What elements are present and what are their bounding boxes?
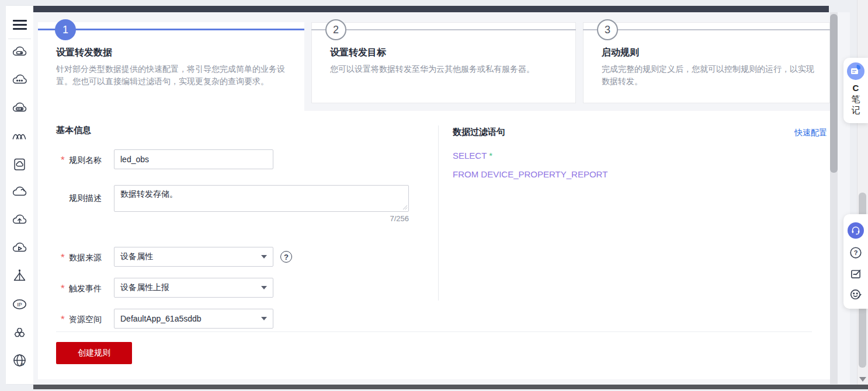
- sidebar-item-globe[interactable]: w: [12, 352, 27, 371]
- char-counter: 7/256: [114, 214, 409, 223]
- resource-space-select[interactable]: DefaultApp_61a5sddb: [114, 309, 273, 329]
- note-widget[interactable]: C 笔 记: [843, 58, 868, 123]
- help-toolbar: ?: [843, 214, 868, 309]
- step1-number-badge: 1: [55, 19, 76, 40]
- resource-space-label: 资源空间: [69, 315, 102, 325]
- rule-description-textarea[interactable]: 数据转发存储。: [114, 185, 409, 212]
- footer-divider: [56, 331, 812, 332]
- menu-toggle-button[interactable]: [13, 20, 27, 30]
- ip-icon: IP: [12, 296, 27, 312]
- textarea-resize-handle[interactable]: [402, 204, 408, 210]
- chevron-down-icon: [261, 286, 267, 289]
- sql-select-line: SELECT*: [453, 151, 492, 160]
- trigger-event-label: 触发事件: [69, 284, 102, 294]
- sidebar-item-pyramid[interactable]: [12, 268, 27, 287]
- data-source-select[interactable]: 设备属性: [114, 247, 273, 267]
- step3-number-badge: 3: [597, 19, 618, 40]
- sql-select-keyword: SELECT: [453, 151, 487, 160]
- quick-config-link[interactable]: 快速配置: [794, 128, 827, 138]
- svg-text:?: ?: [854, 249, 858, 256]
- help-icon[interactable]: ?: [280, 251, 292, 263]
- cloud-server-icon: [12, 100, 27, 116]
- data-source-label: 数据来源: [69, 253, 102, 263]
- cloud-icon: [12, 184, 27, 200]
- iot-rule-create-page: IP w 1 2 3 设置转发数据 设置转发目标 启动规则 针对部分类型数据提供…: [0, 0, 868, 391]
- scrollbar-down-arrow[interactable]: [859, 377, 866, 382]
- sidebar-item-cloud-device[interactable]: [12, 44, 27, 62]
- rule-name-input[interactable]: [114, 149, 273, 169]
- data-source-value: 设备属性: [120, 252, 153, 262]
- sql-from-line: FROM DEVICE_PROPERTY_REPORT: [453, 169, 607, 179]
- smiley-feedback-icon[interactable]: [849, 288, 862, 301]
- required-marker: *: [61, 155, 65, 166]
- note-icon: [847, 62, 864, 80]
- headset-icon: [850, 225, 861, 236]
- chevron-down-icon: [261, 317, 267, 320]
- step1-description: 针对部分类型数据提供的快速配置，将引导您完成简单的业务设置。您也可以直接编辑过滤…: [56, 63, 290, 88]
- svg-text:IP: IP: [17, 302, 22, 308]
- create-rule-button[interactable]: 创建规则: [56, 342, 132, 364]
- cloud-device-icon: [12, 44, 27, 60]
- rule-description-label: 规则描述: [69, 193, 102, 204]
- step1-progress-line: [38, 29, 304, 30]
- inner-scrollbar-thumb[interactable]: [830, 14, 838, 173]
- sql-select-star: *: [489, 151, 492, 160]
- sidebar-item-cloud-play[interactable]: [12, 240, 27, 259]
- step2-description: 您可以设置将数据转发至华为云其他服务或私有服务器。: [330, 63, 570, 75]
- sidebar-item-hexagon-cluster[interactable]: [12, 324, 27, 343]
- required-marker: *: [61, 283, 65, 295]
- resource-space-value: DefaultApp_61a5sddb: [120, 314, 202, 323]
- sidebar-item-device-panel[interactable]: [12, 156, 27, 174]
- left-sidebar: IP w: [6, 6, 33, 384]
- globe-icon: w: [12, 352, 27, 368]
- required-marker: *: [61, 314, 65, 326]
- cloud-ellipsis-icon: [12, 72, 27, 88]
- note-widget-label: C 笔 记: [852, 82, 860, 116]
- step2-progress-line: [311, 29, 576, 30]
- step3-progress-line: [583, 29, 830, 30]
- step2-title: 设置转发目标: [330, 47, 386, 59]
- step3-title: 启动规则: [602, 47, 639, 59]
- chevron-down-icon: [261, 255, 267, 259]
- step3-description: 完成完整的规则定义后，您就可以控制规则的运行，以实现数据转发。: [602, 63, 819, 88]
- question-icon[interactable]: ?: [849, 246, 862, 259]
- cloud-play-icon: [12, 240, 27, 256]
- hexagon-cluster-icon: [12, 324, 27, 340]
- sidebar-icon-list: IP w: [6, 44, 33, 371]
- sidebar-divider: [8, 39, 31, 39]
- sidebar-item-cloud-upload[interactable]: [12, 212, 27, 231]
- feedback-form-icon[interactable]: [849, 267, 862, 280]
- required-marker: *: [61, 252, 65, 264]
- horizontal-scrollbar-thumb[interactable]: [33, 385, 868, 389]
- sql-filter-title: 数据过滤语句: [453, 127, 505, 138]
- sidebar-item-waves[interactable]: [12, 128, 27, 146]
- sidebar-item-cloud[interactable]: [12, 184, 27, 203]
- trigger-event-select[interactable]: 设备属性上报: [114, 278, 273, 298]
- trigger-event-value: 设备属性上报: [120, 282, 169, 293]
- support-headset-button[interactable]: [848, 222, 864, 239]
- pyramid-icon: [12, 268, 27, 284]
- step1-title: 设置转发数据: [56, 47, 112, 59]
- svg-text:w: w: [20, 361, 25, 366]
- basic-info-section-title: 基本信息: [56, 125, 91, 136]
- top-dark-bar: [33, 6, 829, 12]
- column-divider: [438, 125, 439, 301]
- sidebar-item-ip[interactable]: IP: [12, 296, 27, 315]
- sidebar-item-cloud-ellipsis[interactable]: [12, 72, 27, 90]
- rule-name-label: 规则名称: [69, 155, 102, 166]
- waves-icon: [12, 128, 27, 144]
- device-panel-icon: [12, 156, 27, 172]
- sidebar-item-cloud-server[interactable]: [12, 100, 27, 118]
- step2-number-badge: 2: [325, 19, 346, 40]
- cloud-upload-icon: [12, 212, 27, 228]
